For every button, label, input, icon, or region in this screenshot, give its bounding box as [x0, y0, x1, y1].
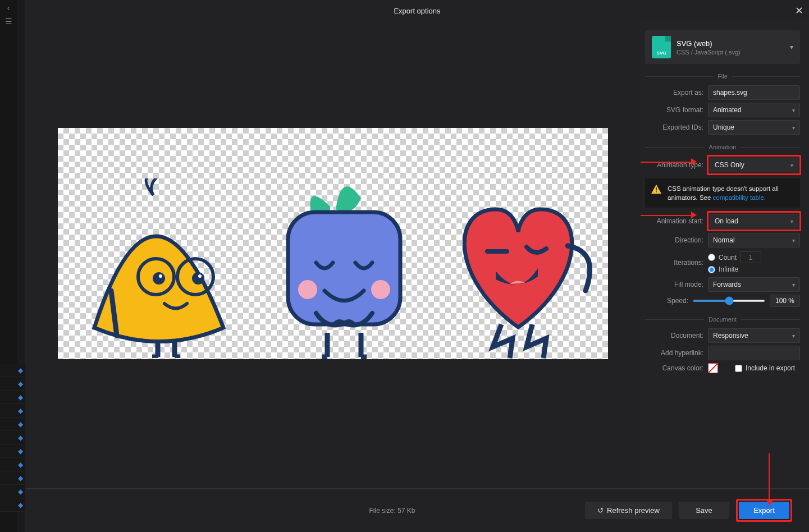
svg-point-3: [192, 272, 204, 285]
hyperlink-input[interactable]: [708, 346, 800, 360]
iterations-infinite-radio[interactable]: [708, 266, 715, 273]
preview-canvas: [58, 128, 608, 359]
preview-pane: [25, 21, 641, 488]
svg-file-icon: SVG: [652, 36, 671, 58]
label-exported-ids: Exported IDs:: [645, 123, 703, 131]
back-icon[interactable]: ‹: [7, 3, 10, 12]
iterations-count-radio[interactable]: [708, 254, 715, 261]
format-name: SVG (web): [677, 39, 741, 48]
svg-point-7: [298, 280, 317, 299]
animation-type-dropdown[interactable]: CSS Only▾: [710, 158, 798, 172]
label-document: Document:: [645, 332, 703, 340]
refresh-icon: ↻: [597, 506, 604, 515]
save-button[interactable]: Save: [679, 502, 729, 519]
speed-value[interactable]: 100 %: [770, 295, 800, 307]
svg-rect-6: [288, 212, 400, 324]
svg-format-dropdown[interactable]: Animated▾: [708, 103, 800, 117]
label-hyperlink: Add hyperlink:: [645, 349, 703, 357]
canvas-color-swatch[interactable]: [708, 363, 718, 373]
svg-point-2: [153, 272, 165, 285]
label-svg-format: SVG format:: [645, 106, 703, 114]
annotation-arrowhead-export: [766, 500, 773, 506]
section-document: Document: [645, 316, 800, 323]
preview-character-heart: [434, 178, 602, 359]
iterations-count-input[interactable]: [740, 251, 761, 263]
preview-character-pear: [86, 178, 232, 358]
section-animation: Animation: [645, 144, 800, 150]
annotation-arrowhead-1: [691, 158, 697, 165]
warning-icon: [651, 184, 662, 194]
label-iterations: Iterations:: [645, 259, 703, 267]
dialog-titlebar: Export options ✕: [25, 0, 809, 21]
svg-point-8: [371, 280, 390, 299]
timeline-background: ◆ ◆ ◆ ◆ ◆ ◆ ◆ ◆ ◆ ◆ ◆: [0, 364, 25, 532]
export-dialog: Export options ✕: [25, 0, 809, 532]
css-warning: CSS animation type doesn't support all a…: [645, 178, 800, 208]
svg-rect-9: [656, 187, 657, 191]
label-direction: Direction:: [645, 236, 703, 244]
section-file: File: [645, 73, 800, 80]
annotation-arrow-2: [641, 215, 691, 216]
document-dropdown[interactable]: Responsive▾: [708, 328, 800, 343]
format-selector[interactable]: SVG SVG (web) CSS / JavaScript (.svg) ▾: [645, 30, 800, 64]
include-in-export-checkbox[interactable]: [735, 365, 742, 372]
filename-input[interactable]: [708, 85, 800, 100]
speed-slider[interactable]: [693, 300, 765, 302]
file-size-label: File size: 57 Kb: [199, 507, 585, 515]
iterations-infinite-label: Infinite: [719, 265, 738, 273]
refresh-preview-button[interactable]: ↻ Refresh preview: [585, 502, 672, 519]
dialog-footer: File size: 57 Kb ↻ Refresh preview Save …: [25, 488, 809, 532]
chevron-down-icon: ▾: [790, 43, 793, 51]
svg-point-4: [159, 274, 162, 278]
animation-start-dropdown[interactable]: On load▾: [710, 214, 798, 228]
svg-rect-10: [656, 191, 657, 192]
direction-dropdown[interactable]: Normal▾: [708, 233, 800, 247]
label-canvas-color: Canvas color:: [645, 364, 703, 372]
compatibility-link[interactable]: compatibility table.: [713, 194, 766, 201]
annotation-arrow-1: [641, 162, 691, 163]
preview-character-berry: [277, 178, 412, 359]
include-in-export-label: Include in export: [746, 364, 795, 372]
close-icon[interactable]: ✕: [795, 4, 803, 17]
fill-mode-dropdown[interactable]: Forwards▾: [708, 277, 800, 292]
annotation-arrowhead-2: [691, 212, 697, 218]
svg-point-5: [198, 274, 202, 278]
annotation-arrow-export: [769, 453, 770, 501]
format-subtitle: CSS / JavaScript (.svg): [677, 49, 741, 56]
panel-icon[interactable]: ☰: [5, 17, 12, 26]
export-button[interactable]: Export: [739, 502, 789, 519]
label-animation-start: Animation start:: [645, 217, 703, 225]
label-fill-mode: Fill mode:: [645, 281, 703, 288]
exported-ids-dropdown[interactable]: Unique▾: [708, 120, 800, 135]
iterations-count-label: Count: [719, 254, 737, 262]
label-export-as: Export as:: [645, 89, 703, 97]
label-speed: Speed:: [645, 297, 688, 305]
export-settings-panel: SVG SVG (web) CSS / JavaScript (.svg) ▾ …: [641, 21, 809, 488]
dialog-title: Export options: [394, 7, 440, 15]
